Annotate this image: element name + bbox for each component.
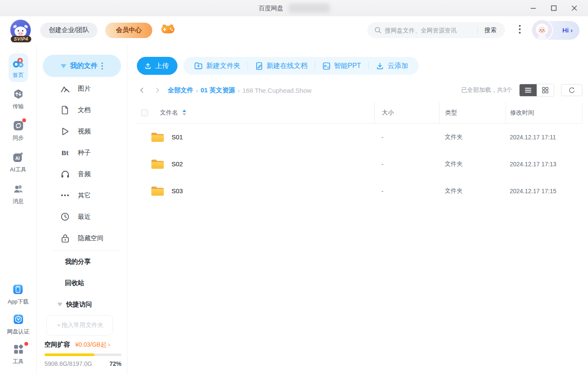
tools-grid-icon <box>12 343 24 355</box>
app-title: 百度网盘 <box>259 4 284 12</box>
file-size: - <box>381 188 384 194</box>
my-files-header[interactable]: 我的文件 <box>43 55 121 77</box>
sidebar-item-others[interactable]: 其它 <box>43 185 121 206</box>
close-button[interactable] <box>564 0 585 16</box>
sidebar-item-label: 隐藏空间 <box>78 234 103 242</box>
breadcrumb-all-files[interactable]: 全部文件 <box>168 86 193 94</box>
folder-icon <box>151 185 165 197</box>
sidebar-item-torrents[interactable]: Bt 种子 <box>43 142 121 163</box>
storage-expand-label: 空间扩容 <box>44 341 70 349</box>
view-toggle <box>519 84 554 97</box>
quick-access-label: 快捷访问 <box>66 300 92 309</box>
chevron-right-icon <box>154 87 161 94</box>
sidebar-item-videos[interactable]: 视频 <box>43 121 121 142</box>
gamepad-icon <box>161 24 175 35</box>
create-team-button[interactable]: 创建企业/团队 <box>40 23 98 38</box>
new-online-doc-button[interactable]: 新建在线文档 <box>248 62 315 71</box>
file-modified: 2024.12.17 17:15 <box>510 188 556 194</box>
sort-toggle[interactable] <box>182 109 186 116</box>
rail-label: 消息 <box>13 197 24 205</box>
transfer-icon <box>12 88 24 100</box>
member-center-button[interactable]: 会员中心 <box>105 23 152 38</box>
file-table-body: S01 - 文件夹 2024.12.17 17:11 S02 - 文件夹 202… <box>137 124 582 204</box>
table-row[interactable]: S01 - 文件夹 2024.12.17 17:11 <box>137 124 582 150</box>
sidebar-item-label: 视频 <box>78 127 91 135</box>
kebab-icon[interactable] <box>101 62 103 70</box>
folder-icon <box>151 131 165 143</box>
sidebar-item-hidden-space[interactable]: 隐藏空间 <box>43 227 121 249</box>
grid-view-button[interactable] <box>537 84 554 96</box>
assistant-hi-button[interactable]: Hi › <box>533 21 579 40</box>
rail-item-sync[interactable]: 同步 <box>12 120 24 142</box>
cloud-add-button[interactable]: 云添加 <box>369 62 415 71</box>
storage-price-link[interactable]: ¥0.03/GB起 › <box>75 341 110 349</box>
new-online-doc-label: 新建在线文档 <box>266 62 307 71</box>
rail-item-messages[interactable]: 消息 <box>12 183 24 205</box>
upload-button[interactable]: 上传 <box>137 57 177 75</box>
sidebar-item-recent[interactable]: 最近 <box>43 206 121 227</box>
breadcrumb-folder[interactable]: 01 英文资源 <box>201 86 235 94</box>
sidebar-item-documents[interactable]: 文档 <box>43 99 121 121</box>
smart-ppt-button[interactable]: P ai 智能PPT <box>315 62 368 71</box>
search-input[interactable] <box>385 27 476 34</box>
document-icon <box>60 106 70 115</box>
file-name[interactable]: S03 <box>171 187 183 194</box>
sort-arrows-icon <box>182 109 186 116</box>
column-header-name: 文件名 <box>160 109 178 117</box>
chevron-right-icon: › <box>108 341 110 348</box>
select-all-checkbox[interactable] <box>141 109 148 116</box>
table-row[interactable]: S02 - 文件夹 2024.12.17 17:13 <box>137 150 582 177</box>
sidebar-item-pictures[interactable]: 图片 <box>43 78 121 99</box>
new-doc-icon <box>255 62 263 70</box>
rail-item-transfer[interactable]: 传输 <box>12 88 24 110</box>
file-name[interactable]: S01 <box>171 133 183 141</box>
play-icon <box>60 127 70 135</box>
rail-item-home[interactable]: 首页 <box>9 53 28 82</box>
smart-ppt-icon: P ai <box>322 62 331 70</box>
home-icon <box>12 57 24 69</box>
sidebar-item-my-share[interactable]: 我的分享 <box>43 251 121 272</box>
breadcrumb-row: 全部文件 › 01 英文资源 › 168 The.Cuphead.Show 已全… <box>137 83 582 97</box>
new-folder-icon <box>194 62 203 70</box>
rail-item-certification[interactable]: 网盘认证 <box>7 313 30 336</box>
rail-label: 首页 <box>13 71 24 79</box>
file-modified: 2024.12.17 17:11 <box>510 134 556 141</box>
greeting-label: Hi <box>562 27 569 34</box>
refresh-icon <box>568 87 576 94</box>
column-header-type: 类型 <box>445 109 457 117</box>
ai-tools-icon: AI <box>12 151 24 163</box>
sidebar-item-label: 图片 <box>78 85 91 93</box>
action-toolbar: 上传 新建文件夹 <box>137 57 582 75</box>
new-folder-button[interactable]: 新建文件夹 <box>187 62 248 71</box>
censored-username <box>289 3 330 13</box>
sidebar-item-label: 文档 <box>78 106 91 114</box>
sidebar-item-recycle-bin[interactable]: 回收站 <box>43 272 121 294</box>
breadcrumb-separator: › <box>196 87 198 94</box>
list-view-button[interactable] <box>520 84 537 96</box>
back-button[interactable] <box>137 84 147 96</box>
rail-item-ai-tools[interactable]: AI AI工具 <box>10 151 26 174</box>
minimize-button[interactable] <box>523 0 544 16</box>
game-center-button[interactable] <box>160 23 175 38</box>
upload-icon <box>144 62 152 70</box>
category-list: 图片 文档 视频 Bt 种子 <box>43 78 121 249</box>
rail-item-tools[interactable]: 工具 <box>12 343 24 365</box>
certification-icon <box>12 313 24 325</box>
more-menu-button[interactable] <box>514 23 526 38</box>
phone-download-icon <box>12 283 24 295</box>
quick-access-header[interactable]: 快捷访问 <box>43 294 121 315</box>
forward-button[interactable] <box>152 84 163 96</box>
search-submit-button[interactable]: 搜索 <box>479 27 498 34</box>
headphones-icon <box>60 170 70 178</box>
sidebar-item-audio[interactable]: 音频 <box>43 163 121 185</box>
ellipsis-icon <box>60 194 70 197</box>
maximize-button[interactable] <box>544 0 564 16</box>
sidebar-item-label: 最近 <box>78 213 91 221</box>
rail-label: AI工具 <box>10 166 26 174</box>
account-logo[interactable]: SVIP4 <box>10 20 32 41</box>
pin-folder-drop-zone[interactable]: ＋拖入常用文件夹 <box>46 315 113 336</box>
rail-item-app-download[interactable]: App下载 <box>8 283 29 306</box>
refresh-button[interactable] <box>561 84 582 96</box>
file-name[interactable]: S02 <box>171 160 183 168</box>
table-row[interactable]: S03 - 文件夹 2024.12.17 17:15 <box>137 177 582 204</box>
